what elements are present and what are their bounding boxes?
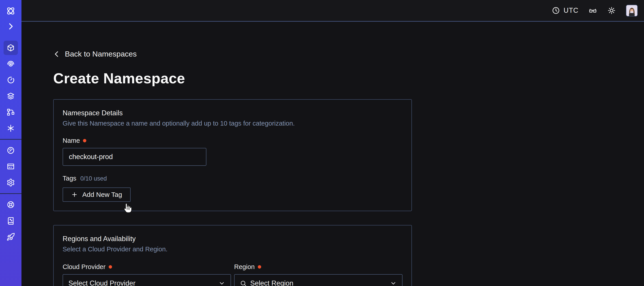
theme-toggle-button[interactable] [607, 6, 616, 15]
search-icon [240, 280, 247, 286]
sidebar-item-batch-operations[interactable] [4, 105, 18, 119]
chevron-down-icon [390, 280, 397, 286]
region-select[interactable]: Select Region [234, 274, 402, 286]
rocket-icon [6, 233, 15, 241]
required-indicator [109, 265, 112, 269]
back-link-label: Back to Namespaces [65, 50, 137, 58]
invoice-icon [6, 162, 15, 171]
tags-label: Tags [62, 175, 76, 182]
sidebar [0, 0, 22, 286]
book-sparkles-icon [6, 217, 15, 225]
sidebar-item-monitoring[interactable] [4, 57, 18, 71]
glasses-icon [589, 6, 597, 14]
sidebar-item-deployments[interactable] [4, 89, 18, 103]
sidebar-item-nexus[interactable] [4, 121, 18, 135]
cube-icon [6, 43, 15, 52]
timer-icon [6, 76, 15, 84]
sidebar-item-billing[interactable] [4, 159, 18, 174]
main-content: Back to Namespaces Create Namespace Name… [22, 22, 644, 286]
add-new-tag-label: Add New Tag [82, 191, 122, 198]
sidebar-item-docs[interactable] [4, 214, 18, 228]
chevron-left-icon [53, 50, 60, 58]
temporal-logo-icon [6, 6, 16, 16]
required-indicator [258, 265, 261, 269]
card-title: Namespace Details [62, 109, 402, 117]
card-subtitle: Select a Cloud Provider and Region. [62, 246, 402, 253]
regions-availability-card: Regions and Availability Select a Cloud … [53, 225, 412, 286]
gauge-icon [6, 146, 15, 155]
cloud-provider-placeholder: Select Cloud Provider [68, 279, 215, 286]
sidebar-divider [0, 193, 22, 194]
clock-icon [552, 6, 560, 14]
region-label: Region [234, 263, 255, 271]
page-title: Create Namespace [53, 70, 412, 87]
lifebuoy-icon [6, 200, 15, 209]
sun-icon [608, 6, 616, 14]
plus-icon [71, 191, 78, 198]
layers-icon [6, 92, 15, 100]
chevron-down-icon [218, 280, 225, 286]
timezone-label: UTC [564, 6, 578, 14]
card-title: Regions and Availability [62, 235, 402, 243]
cloud-provider-label: Cloud Provider [62, 263, 106, 271]
sidebar-item-settings[interactable] [4, 175, 18, 190]
sidebar-item-getting-started[interactable] [4, 230, 18, 244]
add-new-tag-button[interactable]: Add New Tag [62, 188, 130, 202]
sidebar-item-namespaces[interactable] [4, 41, 18, 55]
cloud-provider-select[interactable]: Select Cloud Provider [62, 274, 231, 286]
back-to-namespaces-link[interactable]: Back to Namespaces [53, 50, 137, 58]
namespace-details-card: Namespace Details Give this Namespace a … [53, 99, 412, 211]
namespace-name-input[interactable] [62, 148, 206, 166]
sidebar-item-schedules[interactable] [4, 73, 18, 87]
required-indicator [83, 139, 86, 142]
name-label: Name [62, 137, 80, 144]
card-subtitle: Give this Namespace a name and optionall… [62, 120, 402, 127]
asterisk-icon [6, 124, 15, 132]
spiral-icon [6, 60, 15, 68]
tags-usage-count: 0/10 used [80, 175, 107, 182]
topbar: UTC [22, 0, 644, 22]
sidebar-expand-button[interactable] [6, 22, 15, 31]
gear-icon [6, 178, 15, 187]
region-placeholder: Select Region [250, 279, 386, 286]
sidebar-item-support[interactable] [4, 198, 18, 212]
user-avatar[interactable] [626, 5, 638, 16]
branch-icon [6, 108, 15, 116]
sidebar-divider [0, 139, 22, 140]
sidebar-item-usage[interactable] [4, 143, 18, 158]
labs-toggle-button[interactable] [588, 6, 597, 15]
timezone-selector[interactable]: UTC [552, 6, 578, 14]
